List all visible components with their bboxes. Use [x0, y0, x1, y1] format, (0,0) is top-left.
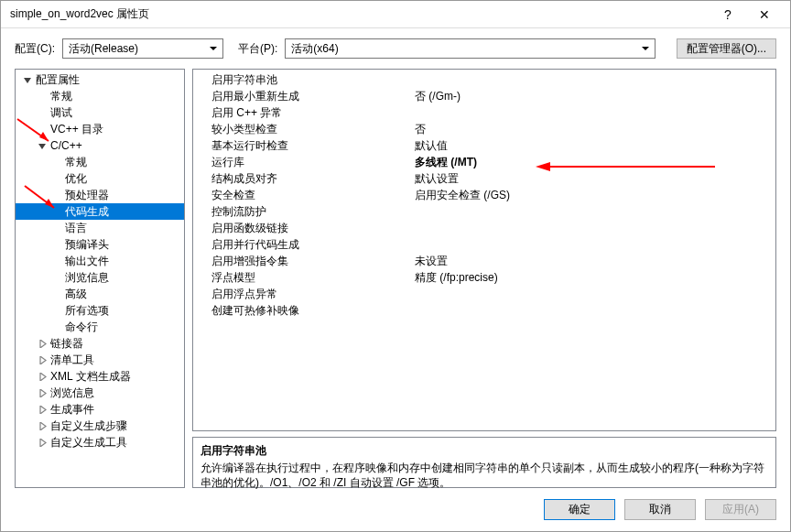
property-row[interactable]: 启用浮点异常	[193, 286, 775, 302]
config-label: 配置(C):	[15, 41, 55, 57]
expander-closed-icon[interactable]	[36, 419, 49, 432]
tree-item-label: 自定义生成步骤	[50, 418, 127, 434]
tree-item-label: 代码生成	[65, 204, 109, 220]
tree-item[interactable]: 浏览信息	[16, 385, 184, 401]
tree-item-label: 自定义生成工具	[50, 435, 127, 451]
tree-item[interactable]: 预编译头	[16, 236, 184, 253]
tree-item[interactable]: 输出文件	[16, 253, 184, 269]
tree-item[interactable]: 优化	[16, 170, 184, 187]
property-row[interactable]: 较小类型检查否	[193, 121, 775, 137]
expander-closed-icon[interactable]	[36, 370, 49, 383]
expander-open-icon[interactable]	[36, 139, 49, 152]
tree-item[interactable]: 代码生成	[16, 203, 184, 220]
property-row[interactable]: 创建可热修补映像	[193, 302, 775, 319]
tree-item-label: 链接器	[50, 336, 83, 352]
property-name: 启用浮点异常	[193, 287, 411, 302]
platform-combobox[interactable]: 活动(x64)	[285, 38, 656, 59]
tree-item[interactable]: VC++ 目录	[16, 121, 184, 137]
property-row[interactable]: 控制流防护	[193, 203, 775, 220]
tree-item-label: 浏览信息	[65, 270, 109, 286]
tree-item[interactable]: 预处理器	[16, 187, 184, 203]
tree-item-label: 清单工具	[50, 353, 94, 368]
tree-item-label: 生成事件	[50, 402, 94, 418]
tree-item-label: 调试	[50, 105, 72, 121]
tree-item[interactable]: 调试	[16, 104, 184, 121]
config-manager-button[interactable]: 配置管理器(O)...	[677, 38, 776, 59]
property-name: 启用函数级链接	[193, 221, 411, 236]
property-row[interactable]: 安全检查启用安全检查 (/GS)	[193, 187, 775, 203]
property-value[interactable]: 未设置	[411, 254, 775, 269]
ok-button[interactable]: 确定	[544, 499, 615, 520]
properties-list[interactable]: 启用字符串池启用最小重新生成否 (/Gm-)启用 C++ 异常较小类型检查否基本…	[193, 70, 775, 430]
property-row[interactable]: 启用最小重新生成否 (/Gm-)	[193, 88, 775, 104]
tree-item[interactable]: 浏览信息	[16, 269, 184, 286]
tree-item-label: 优化	[65, 171, 87, 187]
close-button[interactable]: ✕	[746, 1, 783, 28]
property-row[interactable]: 运行库多线程 (/MT)	[193, 154, 775, 170]
property-row[interactable]: 基本运行时检查默认值	[193, 137, 775, 154]
tree-item[interactable]: 常规	[16, 88, 184, 104]
property-row[interactable]: 浮点模型精度 (/fp:precise)	[193, 269, 775, 286]
cancel-button[interactable]: 取消	[624, 499, 696, 520]
tree-item[interactable]: 高级	[16, 286, 184, 302]
tree-item[interactable]: 自定义生成工具	[16, 434, 184, 451]
property-row[interactable]: 启用字符串池	[193, 71, 775, 88]
tree-item[interactable]: 生成事件	[16, 401, 184, 418]
property-row[interactable]: 结构成员对齐默认设置	[193, 170, 775, 187]
content-column: 启用字符串池启用最小重新生成否 (/Gm-)启用 C++ 异常较小类型检查否基本…	[192, 69, 776, 488]
property-name: 基本运行时检查	[193, 138, 411, 154]
expander-closed-icon[interactable]	[36, 353, 49, 366]
property-name: 较小类型检查	[193, 122, 411, 137]
expander-closed-icon[interactable]	[36, 386, 49, 399]
tree-item[interactable]: C/C++	[16, 137, 184, 154]
tree-item-label: 语言	[65, 221, 87, 236]
tree-item[interactable]: 语言	[16, 220, 184, 236]
description-pane: 启用字符串池 允许编译器在执行过程中，在程序映像和内存中创建相同字符串的单个只读…	[192, 437, 776, 488]
tree-item-label: 输出文件	[65, 254, 109, 269]
property-row[interactable]: 启用增强指令集未设置	[193, 253, 775, 269]
tree-item[interactable]: 清单工具	[16, 352, 184, 368]
expander-closed-icon[interactable]	[36, 403, 49, 416]
tree-item-label: VC++ 目录	[50, 122, 103, 137]
tree-item-label: 配置属性	[36, 72, 80, 88]
platform-value: 活动(x64)	[291, 41, 338, 57]
property-row[interactable]: 启用并行代码生成	[193, 236, 775, 253]
property-value[interactable]: 默认设置	[411, 171, 775, 187]
tree-item[interactable]: 所有选项	[16, 302, 184, 319]
apply-button[interactable]: 应用(A)	[705, 499, 776, 520]
property-row[interactable]: 启用函数级链接	[193, 220, 775, 236]
property-value[interactable]: 默认值	[411, 138, 775, 154]
expander-none	[50, 288, 63, 300]
tree-item-label: XML 文档生成器	[50, 369, 131, 385]
expander-none	[50, 255, 63, 267]
tree-item[interactable]: 命令行	[16, 319, 184, 335]
property-name: 浮点模型	[193, 270, 411, 286]
expander-closed-icon[interactable]	[36, 436, 49, 449]
tree[interactable]: 配置属性常规调试VC++ 目录C/C++常规优化预处理器代码生成语言预编译头输出…	[16, 70, 184, 487]
property-name: 安全检查	[193, 188, 411, 203]
property-row[interactable]: 启用 C++ 异常	[193, 104, 775, 121]
property-name: 启用字符串池	[193, 72, 411, 88]
property-value[interactable]: 精度 (/fp:precise)	[411, 270, 775, 286]
expander-none	[36, 106, 49, 119]
expander-none	[50, 304, 63, 317]
property-name: 运行库	[193, 155, 411, 170]
tree-item[interactable]: XML 文档生成器	[16, 368, 184, 385]
property-value[interactable]: 多线程 (/MT)	[411, 155, 775, 170]
property-value[interactable]: 否 (/Gm-)	[411, 89, 775, 104]
property-name: 控制流防护	[193, 204, 411, 220]
tree-item[interactable]: 配置属性	[16, 71, 184, 88]
property-value[interactable]: 否	[411, 122, 775, 137]
tree-item[interactable]: 自定义生成步骤	[16, 418, 184, 434]
tree-item[interactable]: 常规	[16, 154, 184, 170]
tree-item[interactable]: 链接器	[16, 335, 184, 352]
property-name: 启用 C++ 异常	[193, 105, 411, 121]
expander-closed-icon[interactable]	[36, 337, 49, 350]
property-value[interactable]: 启用安全检查 (/GS)	[411, 188, 775, 203]
tree-item-label: 高级	[65, 287, 87, 302]
expander-none	[50, 156, 63, 168]
config-combobox[interactable]: 活动(Release)	[62, 38, 223, 59]
expander-open-icon[interactable]	[21, 73, 34, 86]
help-button[interactable]: ?	[710, 1, 746, 28]
window-title: simple_on_word2vec 属性页	[10, 6, 710, 22]
